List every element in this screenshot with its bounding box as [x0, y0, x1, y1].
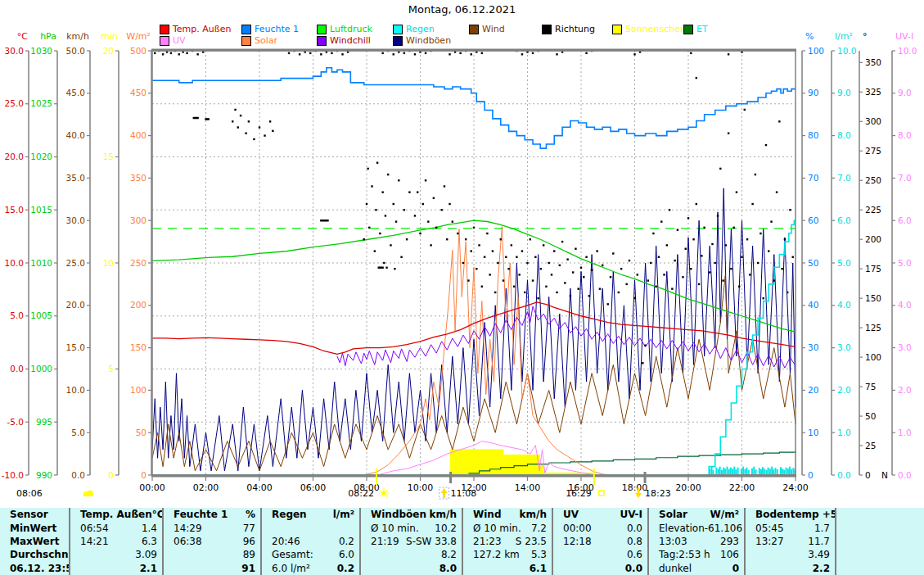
table-cell-text: Durchschnitt	[10, 549, 70, 560]
table-filler	[836, 521, 924, 534]
table-header-uv: UVUV-I	[553, 508, 649, 521]
table-cell-text: 0.6	[627, 549, 642, 560]
svg-text:225: 225	[865, 205, 881, 215]
svg-text:325: 325	[865, 87, 881, 97]
axis-temp: °C-10.0-5.00.05.010.015.020.025.030.0	[2, 31, 29, 480]
svg-text:-10.0: -10.0	[2, 470, 24, 480]
table-header-sensor: Sensor	[0, 508, 70, 521]
table-cell-text: 12:18	[563, 536, 592, 547]
svg-text:200: 200	[865, 234, 881, 244]
svg-text:5.0: 5.0	[71, 428, 85, 437]
table-cell-text: UV-I	[620, 509, 642, 520]
table-cell-text: 5.3	[531, 549, 547, 560]
table-cell-text: Gesamt:	[272, 549, 313, 560]
svg-text:18:23: 18:23	[645, 488, 671, 499]
table-cell-text: MaxWert	[10, 536, 59, 547]
svg-text:1.0: 1.0	[898, 428, 912, 437]
svg-text:8.0: 8.0	[898, 130, 912, 140]
svg-text:1020: 1020	[30, 152, 52, 161]
svg-text:990: 990	[36, 470, 52, 480]
table-cell-text: 0.2	[339, 536, 354, 547]
svg-text:15.0: 15.0	[66, 342, 85, 352]
axis-lm2: l/m²0.01.02.03.04.05.06.07.08.09.010.0	[832, 31, 856, 480]
axis-deg: °0N2550751001251501752002252502753003253…	[859, 31, 888, 480]
table-cell: 8.0	[361, 562, 463, 575]
table-cell-text: 0	[732, 563, 739, 574]
table-cell-text: 77	[243, 523, 255, 534]
table-cell-text: Solar	[659, 509, 687, 520]
time-tick-label: 14:00	[515, 482, 541, 493]
table-cell-text: 06.12. 23:59	[10, 563, 70, 574]
table-cell-text: 06:54	[80, 523, 109, 534]
table-cell-text: S-SW 33.8	[406, 536, 457, 547]
svg-text:350: 350	[130, 173, 146, 183]
time-tick-label: 10:00	[408, 482, 434, 493]
svg-text:0: 0	[141, 470, 146, 480]
table-cell-text: 13:27	[755, 536, 784, 547]
table-cell-text: 0.2	[337, 563, 354, 574]
table-cell: 2.1	[70, 562, 164, 575]
table-cell-text: 06:38	[174, 536, 202, 547]
svg-text:0: 0	[865, 470, 871, 480]
svg-text:150: 150	[865, 293, 881, 303]
svg-text:40.0: 40.0	[66, 130, 85, 140]
svg-text:125: 125	[865, 323, 881, 333]
svg-text:30: 30	[808, 342, 818, 352]
svg-text:3.0: 3.0	[837, 342, 851, 352]
table-cell-text: Feuchte 1	[174, 509, 228, 520]
table-cell: 3.49	[746, 548, 836, 561]
axis-unit-lm2: l/m²	[835, 31, 853, 42]
table-cell: 91	[164, 562, 262, 575]
svg-text:N: N	[881, 470, 888, 480]
svg-text:100: 100	[130, 385, 146, 395]
time-tick-label: 00:00	[139, 482, 165, 493]
weather-chart-page: Montag, 06.12.2021 Temp. AußenFeuchte 1L…	[0, 0, 924, 575]
table-cell-text: dunkel	[659, 563, 692, 574]
table-cell: 05:451.7	[746, 521, 836, 534]
table-cell-text: 10.2	[435, 523, 457, 534]
svg-text:5: 5	[108, 364, 114, 374]
table-cell-text: Bodentemp +5	[755, 509, 836, 520]
svg-text:10.0: 10.0	[837, 46, 856, 56]
sun-icon	[379, 488, 389, 498]
svg-text:20.0: 20.0	[66, 300, 85, 310]
table-cell-text: 6.1	[530, 563, 547, 574]
table-cell-text: 14:21	[80, 536, 109, 547]
table-cell: 6.1	[463, 562, 553, 575]
table-cell-text: l/m²	[333, 509, 354, 520]
svg-text:30.0: 30.0	[5, 46, 24, 56]
table-cell-text: 6.0 l/m²	[272, 563, 310, 574]
svg-text:0.0: 0.0	[10, 364, 24, 374]
svg-text:1.0: 1.0	[837, 428, 851, 437]
svg-text:-5.0: -5.0	[7, 417, 25, 427]
svg-text:80: 80	[808, 130, 818, 140]
arrow-up-icon	[439, 487, 449, 499]
svg-text:70: 70	[808, 173, 818, 183]
table-filler	[836, 562, 924, 575]
table-cell-text: 20:46	[272, 536, 300, 547]
table-header-regen: Regenl/m²	[262, 508, 361, 521]
svg-text:10: 10	[103, 258, 114, 268]
time-tick-label: 18:00	[622, 482, 648, 493]
svg-text:300: 300	[865, 116, 881, 126]
svg-text:150: 150	[130, 342, 146, 352]
table-header-feuchte-1: Feuchte 1%	[164, 508, 262, 521]
table-cell-text: Windböen	[371, 509, 426, 520]
table-cell: 8.2	[361, 548, 463, 561]
axis-hpa: hPa9909951000100510101015102010251030	[30, 31, 57, 480]
svg-text:20.0: 20.0	[5, 152, 24, 161]
table-cell: 13:03293	[649, 535, 746, 548]
svg-text:0.0: 0.0	[71, 470, 85, 480]
svg-text:0: 0	[108, 470, 114, 480]
table-header-wind: Windkm/h	[463, 508, 553, 521]
svg-text:350: 350	[865, 57, 881, 67]
table-header-temp-au-en: Temp. Außen°C	[70, 508, 164, 521]
axis-kmh: km/h0.05.010.015.020.025.030.035.040.045…	[66, 31, 90, 480]
table-header-bodentemp-5: Bodentemp +5°C	[746, 508, 836, 521]
table-cell-text: 14:29	[174, 523, 202, 534]
table-cell-text: Wind	[473, 509, 501, 520]
svg-text:75: 75	[865, 382, 876, 392]
table-cell: 89	[164, 548, 262, 561]
time-tick-label: 24:00	[782, 482, 809, 493]
svg-text:5.0: 5.0	[898, 258, 912, 268]
